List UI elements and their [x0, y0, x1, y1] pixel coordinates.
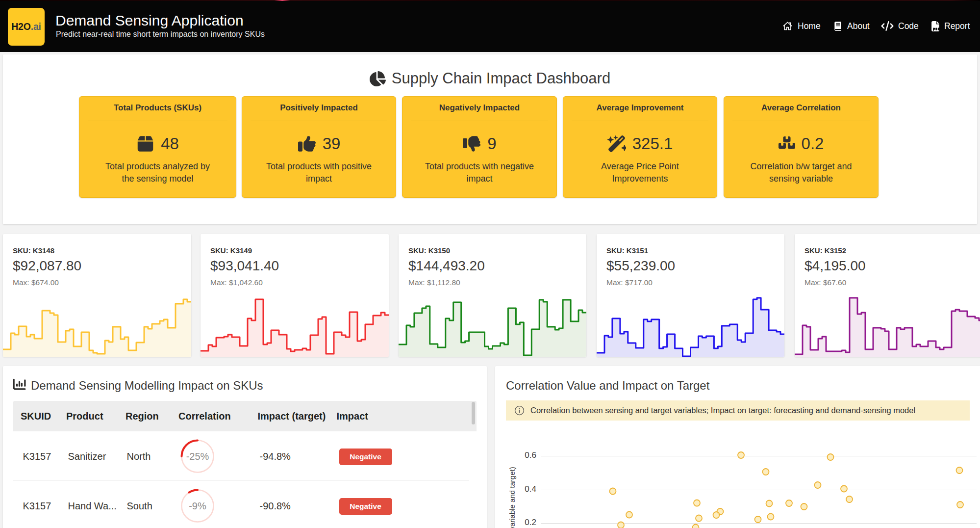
svg-text:-9%: -9%	[189, 501, 206, 511]
svg-text:-25%: -25%	[186, 451, 209, 462]
